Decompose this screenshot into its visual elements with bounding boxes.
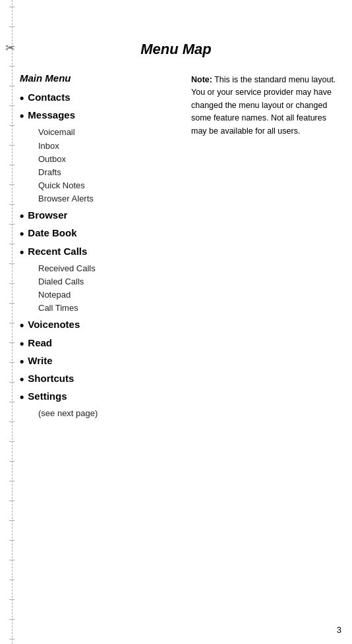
tick-mark [9, 382, 15, 383]
list-item: • Recent Calls [20, 244, 178, 261]
tick-mark [9, 500, 15, 501]
tick-mark [9, 579, 15, 580]
tick-mark [9, 204, 15, 205]
left-border [12, 0, 13, 644]
list-item: • Read [20, 336, 178, 352]
tick-mark [9, 619, 15, 620]
list-item-notepad: Notepad [38, 288, 178, 302]
page-title: Menu Map [0, 41, 352, 58]
tick-mark [9, 184, 15, 185]
list-item: • Write [20, 354, 178, 370]
list-item: • Messages [20, 108, 178, 124]
list-item: Inbox [38, 140, 178, 153]
tick-mark [9, 323, 15, 323]
bullet-dot: • [20, 208, 24, 225]
tick-mark [9, 145, 15, 146]
tick-mark [9, 283, 15, 284]
list-item: • Voicenotes [20, 317, 178, 334]
tick-mark [9, 461, 15, 462]
menu-item-recent-calls: Recent Calls [28, 244, 87, 259]
tick-mark [9, 26, 15, 27]
list-item: Voicemail [38, 126, 178, 139]
tick-mark [9, 402, 15, 402]
tick-mark [9, 105, 15, 106]
two-column-layout: Main Menu • Contacts • Messages Voicemai… [20, 72, 339, 420]
list-item-quick-notes: Quick Notes [38, 179, 178, 192]
list-item: • Contacts [20, 90, 178, 107]
list-item-dialed-calls: Dialed Calls [38, 275, 178, 288]
menu-item-read: Read [28, 336, 52, 351]
menu-item-datebook: Date Book [28, 226, 76, 241]
menu-item-shortcuts: Shortcuts [28, 371, 74, 387]
tick-mark [9, 441, 15, 442]
tick-mark [9, 362, 15, 363]
note-body: This is the standard menu layout. You or… [191, 75, 336, 136]
tick-mark [9, 560, 15, 560]
menu-item-write: Write [28, 354, 52, 369]
tick-mark [9, 244, 15, 244]
list-item: Drafts [38, 166, 178, 179]
menu-item-contacts: Contacts [28, 90, 70, 105]
tick-mark [9, 421, 15, 422]
list-item-browser-alerts: Browser Alerts [38, 192, 178, 205]
bullet-dot: • [20, 244, 24, 261]
list-item: • Browser [20, 208, 178, 225]
note-prefix: Note: [191, 75, 212, 84]
menu-item-messages: Messages [28, 108, 75, 123]
menu-item-settings: Settings [28, 389, 67, 404]
left-column: Main Menu • Contacts • Messages Voicemai… [20, 72, 178, 420]
tick-mark [9, 125, 15, 126]
tick-mark [9, 481, 15, 481]
list-item-call-times: Call Times [38, 302, 178, 315]
list-item: • Date Book [20, 226, 178, 242]
tick-mark [9, 165, 15, 165]
bullet-dot: • [20, 108, 24, 124]
menu-item-voicenotes: Voicenotes [28, 317, 80, 333]
list-item: • Settings [20, 389, 178, 406]
see-next-page: (see next page) [38, 407, 178, 420]
right-column: Note: This is the standard menu layout. … [191, 72, 339, 420]
main-menu-heading: Main Menu [20, 72, 178, 84]
bullet-dot: • [20, 389, 24, 406]
bullet-dot: • [20, 90, 24, 107]
bullet-dot: • [20, 226, 24, 242]
list-item: • Shortcuts [20, 371, 178, 388]
tick-mark [9, 263, 15, 264]
tick-mark [9, 540, 15, 541]
bullet-dot: • [20, 317, 24, 334]
messages-sub-list: Voicemail Inbox Outbox Drafts Quick Note… [38, 126, 178, 205]
tick-mark [9, 599, 15, 600]
tick-mark [9, 224, 15, 225]
tick-mark [9, 342, 15, 343]
page-container: ✂ Menu Map Main Menu • Contacts • Messag… [0, 0, 352, 644]
menu-item-browser: Browser [28, 208, 67, 223]
tick-mark [9, 86, 15, 86]
recent-calls-sub-list: Received Calls Dialed Calls Notepad Call… [38, 262, 178, 315]
bullet-dot: • [20, 354, 24, 370]
tick-mark [9, 66, 15, 67]
list-item: Outbox [38, 153, 178, 166]
tick-mark [9, 7, 15, 7]
note-text: Note: This is the standard menu layout. … [191, 74, 339, 138]
content-area: Main Menu • Contacts • Messages Voicemai… [20, 72, 339, 618]
menu-list: • Contacts • Messages Voicemail Inbox Ou… [20, 90, 178, 406]
list-item-received-calls: Received Calls [38, 262, 178, 275]
bullet-dot: • [20, 371, 24, 388]
tick-mark [9, 520, 15, 521]
tick-mark [9, 303, 15, 304]
tick-mark [9, 639, 15, 639]
page-number: 3 [337, 625, 341, 635]
bullet-dot: • [20, 336, 24, 352]
